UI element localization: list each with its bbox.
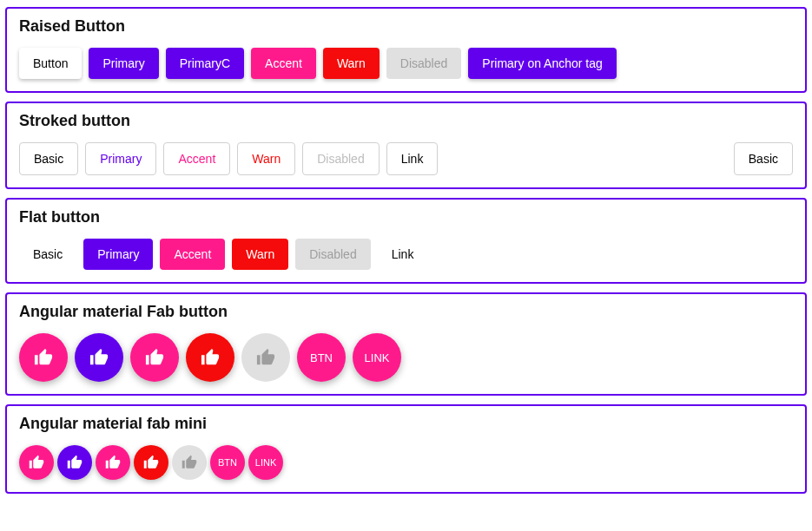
fab-mini-warn[interactable]	[134, 445, 168, 480]
stroked-accent-button[interactable]: Accent	[163, 142, 230, 175]
raised-warn-button[interactable]: Warn	[323, 48, 380, 79]
flat-accent-button[interactable]: Accent	[160, 239, 225, 270]
fab-mini-accent-2[interactable]	[96, 445, 130, 480]
stroked-disabled-button: Disabled	[302, 142, 379, 175]
raised-primary-button[interactable]: Primary	[89, 48, 158, 79]
raised-row: Button Primary PrimaryC Accent Warn Disa…	[19, 48, 793, 79]
thumb-up-icon	[182, 455, 197, 470]
fab-accent-2[interactable]	[130, 333, 179, 382]
raised-primaryc-button[interactable]: PrimaryC	[166, 48, 244, 79]
fab-link[interactable]: LINK	[353, 333, 401, 382]
flat-title: Flat button	[19, 208, 793, 226]
fab-mini-card: Angular material fab mini BTN LINK	[5, 404, 807, 494]
stroked-warn-button[interactable]: Warn	[237, 142, 295, 175]
raised-anchor-button[interactable]: Primary on Anchor tag	[468, 48, 617, 79]
thumb-up-icon	[201, 348, 220, 367]
fab-mini-disabled	[172, 445, 207, 480]
flat-row: Basic Primary Accent Warn Disabled Link	[19, 239, 793, 270]
fab-primary[interactable]	[75, 333, 123, 382]
fab-mini-accent-1[interactable]	[19, 445, 54, 480]
flat-basic-button[interactable]: Basic	[19, 239, 76, 270]
fab-mini-title: Angular material fab mini	[19, 415, 793, 433]
thumb-up-icon	[67, 455, 83, 470]
fab-mini-primary[interactable]	[57, 445, 92, 480]
stroked-basic-right-button[interactable]: Basic	[734, 142, 793, 175]
thumb-up-icon	[143, 455, 159, 470]
fab-warn[interactable]	[186, 333, 234, 382]
raised-title: Raised Button	[19, 17, 793, 36]
thumb-up-icon	[256, 348, 275, 367]
raised-basic-button[interactable]: Button	[19, 48, 82, 79]
fab-disabled	[241, 333, 290, 382]
stroked-button-card: Stroked button Basic Primary Accent Warn…	[5, 102, 807, 189]
fab-card: Angular material Fab button BTN LINK	[5, 292, 807, 396]
thumb-up-icon	[34, 348, 53, 367]
flat-button-card: Flat button Basic Primary Accent Warn Di…	[5, 198, 807, 284]
fab-title: Angular material Fab button	[19, 303, 793, 321]
fab-btn[interactable]: BTN	[297, 333, 346, 382]
stroked-link-button[interactable]: Link	[386, 142, 439, 175]
raised-disabled-button: Disabled	[386, 48, 461, 79]
fab-mini-row: BTN LINK	[19, 445, 793, 480]
flat-disabled-button: Disabled	[295, 239, 370, 270]
flat-link-button[interactable]: Link	[378, 239, 428, 270]
fab-row: BTN LINK	[19, 333, 793, 382]
fab-mini-btn[interactable]: BTN	[210, 445, 245, 480]
stroked-primary-button[interactable]: Primary	[85, 142, 156, 175]
flat-warn-button[interactable]: Warn	[232, 239, 288, 270]
thumb-up-icon	[29, 455, 44, 470]
thumb-up-icon	[145, 348, 164, 367]
flat-primary-button[interactable]: Primary	[83, 239, 153, 270]
raised-button-card: Raised Button Button Primary PrimaryC Ac…	[5, 7, 807, 93]
stroked-row: Basic Primary Accent Warn Disabled Link …	[19, 142, 793, 175]
stroked-title: Stroked button	[19, 112, 793, 130]
stroked-basic-button[interactable]: Basic	[19, 142, 78, 175]
raised-accent-button[interactable]: Accent	[251, 48, 316, 79]
fab-mini-link[interactable]: LINK	[248, 445, 283, 480]
thumb-up-icon	[89, 348, 109, 367]
thumb-up-icon	[105, 455, 121, 470]
fab-accent-1[interactable]	[19, 333, 68, 382]
